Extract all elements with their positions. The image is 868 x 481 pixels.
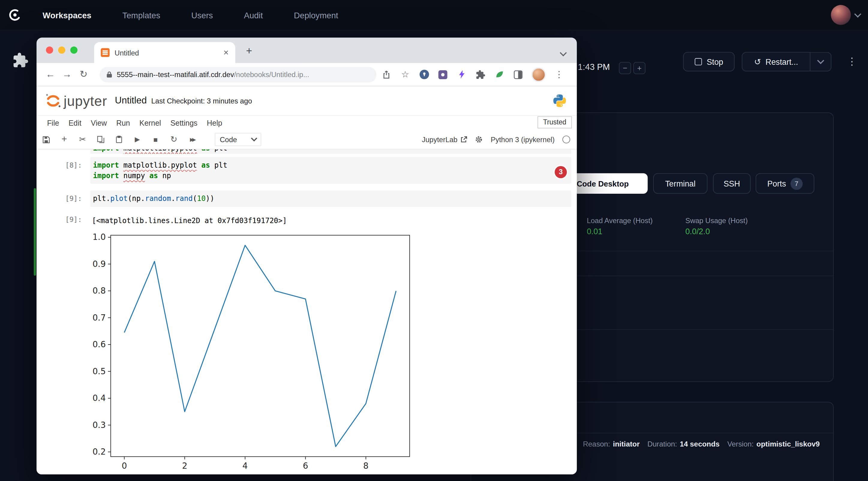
restart-label: Restart... [766,57,798,66]
nav-item-deployment[interactable]: Deployment [294,10,338,20]
menu-view[interactable]: View [91,119,107,127]
restart-options-button[interactable] [810,52,831,71]
build-reason: Reason: initiator [583,440,640,448]
svg-text:1.0: 1.0 [93,232,106,242]
collaborator-count-badge: 3 [555,166,567,179]
ports-button[interactable]: Ports 7 [755,173,814,194]
meta-label: Duration: [647,440,677,448]
trusted-button[interactable]: Trusted [537,116,572,129]
add-cell-icon[interactable]: + [59,134,70,145]
run-all-icon[interactable]: ▶▶ [187,134,198,145]
browser-menu-kebab-icon[interactable]: ⋮ [555,69,564,80]
meta-label: Version: [727,440,754,448]
back-button[interactable]: ← [42,69,59,80]
chevron-down-icon[interactable] [854,10,861,17]
tab-search-chevron-icon[interactable] [561,48,566,58]
stat-value: 0.01 [587,227,653,236]
notebook-title[interactable]: Untitled [115,95,147,106]
share-icon[interactable] [381,69,392,80]
clipped-cell-fragment: import matplotlib.pyplot as plt [90,149,571,154]
ssh-button[interactable]: SSH [713,173,751,194]
cell-type-dropdown[interactable]: Code [215,133,261,146]
cell-type-value: Code [220,135,237,143]
copy-cell-icon[interactable] [95,134,106,145]
password-manager-extension-icon[interactable] [418,69,430,80]
nav-item-workspaces[interactable]: Workspaces [42,10,91,20]
nav-item-templates[interactable]: Templates [122,10,160,20]
browser-tab[interactable]: Untitled × [94,42,236,63]
swap-usage-stat: Swap Usage (Host) 0.0/2.0 [685,217,748,236]
run-cell-icon[interactable]: ▶ [132,134,143,145]
notebook-content: import matplotlib.pyplot as plt [8]: imp… [37,149,577,474]
address-bar[interactable]: 5555--main--test--matifali.atif.cdr.dev/… [100,67,376,82]
tab-close-icon[interactable]: × [223,48,228,57]
browser-profile-avatar[interactable] [531,67,546,82]
nav-item-users[interactable]: Users [191,10,213,20]
menu-kernel[interactable]: Kernel [140,119,161,127]
window-close-button[interactable] [46,46,53,54]
screen: Workspaces Templates Users Audit Deploym… [0,0,868,481]
svg-text:0.4: 0.4 [93,393,106,403]
restart-kernel-icon[interactable]: ↻ [168,134,179,145]
svg-text:0.3: 0.3 [93,420,106,430]
primary-nav: Workspaces Templates Users Audit Deploym… [42,10,338,20]
menu-edit[interactable]: Edit [68,119,81,127]
meta-value: 14 seconds [680,440,719,448]
save-icon[interactable] [40,134,52,145]
interrupt-kernel-icon[interactable]: ■ [150,134,161,145]
top-nav: Workspaces Templates Users Audit Deploym… [0,0,868,31]
new-tab-button[interactable]: + [244,45,255,56]
settings-gear-icon[interactable] [475,135,483,143]
reload-button[interactable]: ↻ [75,69,92,81]
nav-user-menu[interactable] [831,5,860,25]
extensions-puzzle-icon[interactable] [475,69,486,80]
menu-help[interactable]: Help [207,119,222,127]
coder-logo-icon[interactable] [8,8,22,22]
menu-file[interactable]: File [47,119,59,127]
code-cell-9[interactable]: plt.plot(np.random.rand(10)) [90,190,571,207]
jupyterlab-label: JupyterLab [422,135,457,143]
code-token: matplotlib.pyplot [123,161,197,169]
menu-run[interactable]: Run [116,119,130,127]
stop-workspace-button[interactable]: Stop [683,52,735,71]
svg-text:4: 4 [242,461,248,471]
window-zoom-button[interactable] [70,46,78,54]
ports-count-badge: 7 [790,178,803,190]
extension-icon[interactable] [437,69,448,80]
toolbar-actions: ☆ ⋮ [381,67,569,82]
leaf-extension-icon[interactable] [494,69,505,80]
forward-button[interactable]: → [59,69,75,80]
nav-item-audit[interactable]: Audit [244,10,263,20]
split-view-extension-icon[interactable] [513,69,524,80]
zoom-in-button[interactable]: + [633,62,646,74]
window-minimize-button[interactable] [58,46,65,54]
meta-value: optimistic_liskov9 [756,440,820,448]
kernel-name[interactable]: Python 3 (ipykernel) [491,135,555,143]
code-token: as [145,171,162,180]
build-meta-row: Reason: initiator Duration: 14 seconds V… [583,440,820,448]
code-token: random [145,194,171,203]
url-text: 5555--main--test--matifali.atif.cdr.dev/… [117,70,309,78]
open-jupyterlab-link[interactable]: JupyterLab [422,135,467,143]
workspace-more-menu[interactable]: ⋮ [844,53,860,70]
restart-workspace-button[interactable]: ↺ Restart... [742,52,810,71]
meta-label: Reason: [583,440,610,448]
url-path: /notebooks/Untitled.ip... [234,70,309,78]
cut-cell-icon[interactable]: ✂ [77,134,88,145]
terminal-button[interactable]: Terminal [653,173,708,194]
code-cell-8[interactable]: import matplotlib.pyplot as plt import n… [90,157,571,184]
paste-cell-icon[interactable] [113,134,124,145]
code-token: as [197,161,214,169]
bookmark-star-icon[interactable]: ☆ [400,69,411,80]
user-avatar[interactable] [831,5,850,25]
lightning-extension-icon[interactable] [456,69,467,80]
jupyter-logo-icon [44,92,62,109]
stat-label: Swap Usage (Host) [685,217,748,225]
ports-label: Ports [767,179,786,188]
tab-title: Untitled [115,48,223,57]
workspace-app-icon [12,52,29,68]
external-link-icon [461,136,467,143]
stat-value: 0.0/2.0 [685,227,748,236]
menu-settings[interactable]: Settings [170,119,197,127]
zoom-out-button[interactable]: − [619,62,631,74]
